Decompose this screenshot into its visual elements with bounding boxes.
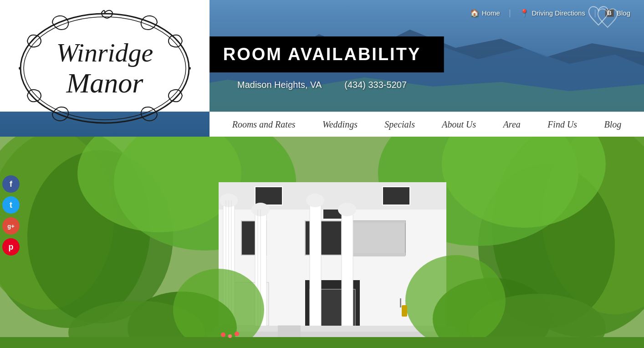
nav-rooms-rates[interactable]: Rooms and Rates: [228, 117, 300, 132]
svg-rect-38: [310, 200, 321, 328]
svg-rect-40: [342, 210, 353, 328]
logo-text: Winridge Manor: [56, 38, 153, 98]
nav-directions[interactable]: 📍 Driving Directions: [520, 9, 585, 17]
header: 🏠 Home | 📍 Driving Directions | B Blog R…: [0, 0, 644, 137]
social-googleplus[interactable]: g+: [2, 217, 20, 235]
main-navigation: Rooms and Rates Weddings Specials About …: [210, 112, 644, 137]
nav-directions-label: Driving Directions: [532, 9, 585, 17]
svg-point-52: [405, 255, 506, 346]
social-twitter[interactable]: t: [2, 196, 20, 214]
address: Madison Heights, VA: [237, 80, 322, 90]
contact-info: Madison Heights, VA (434) 333-5207: [237, 80, 407, 90]
logo-container[interactable]: Winridge Manor: [0, 0, 210, 137]
svg-rect-23: [351, 221, 405, 255]
hero-image: [0, 137, 644, 348]
logo-winridge: Winridge: [56, 38, 153, 67]
room-availability-box: ROOM AVAILABILITY: [200, 36, 444, 72]
svg-rect-53: [0, 337, 644, 348]
logo-manor: Manor: [56, 67, 153, 98]
nav-blog-main[interactable]: Blog: [599, 117, 626, 132]
svg-rect-25: [351, 221, 405, 223]
social-sidebar: f t g+ p: [0, 173, 22, 258]
nav-about-us[interactable]: About Us: [437, 117, 480, 132]
social-pinterest[interactable]: p: [2, 238, 20, 256]
svg-point-57: [228, 334, 232, 338]
location-icon: 📍: [520, 9, 529, 17]
nav-divider-1: |: [509, 8, 511, 18]
nav-weddings[interactable]: Weddings: [318, 117, 362, 132]
svg-point-58: [235, 332, 239, 336]
hearts-decoration: [583, 2, 637, 50]
nav-home-label: Home: [482, 9, 500, 17]
svg-rect-17: [219, 182, 446, 210]
svg-rect-18: [255, 187, 282, 205]
nav-find-us[interactable]: Find Us: [543, 117, 582, 132]
home-icon: 🏠: [470, 9, 479, 17]
svg-point-51: [173, 269, 264, 348]
svg-rect-55: [400, 298, 401, 307]
svg-point-56: [221, 333, 225, 337]
svg-rect-24: [351, 253, 405, 256]
mansion-illustration: [0, 137, 644, 348]
svg-rect-54: [402, 305, 407, 317]
room-availability-title: ROOM AVAILABILITY: [223, 45, 421, 64]
nav-home[interactable]: 🏠 Home: [470, 9, 500, 17]
nav-area[interactable]: Area: [499, 117, 525, 132]
svg-rect-19: [383, 187, 410, 205]
social-facebook[interactable]: f: [2, 175, 20, 193]
nav-specials[interactable]: Specials: [380, 117, 419, 132]
svg-point-41: [338, 203, 356, 216]
logo-frame: Winridge Manor: [16, 9, 194, 128]
svg-point-39: [306, 194, 324, 207]
phone: (434) 333-5207: [344, 80, 407, 90]
